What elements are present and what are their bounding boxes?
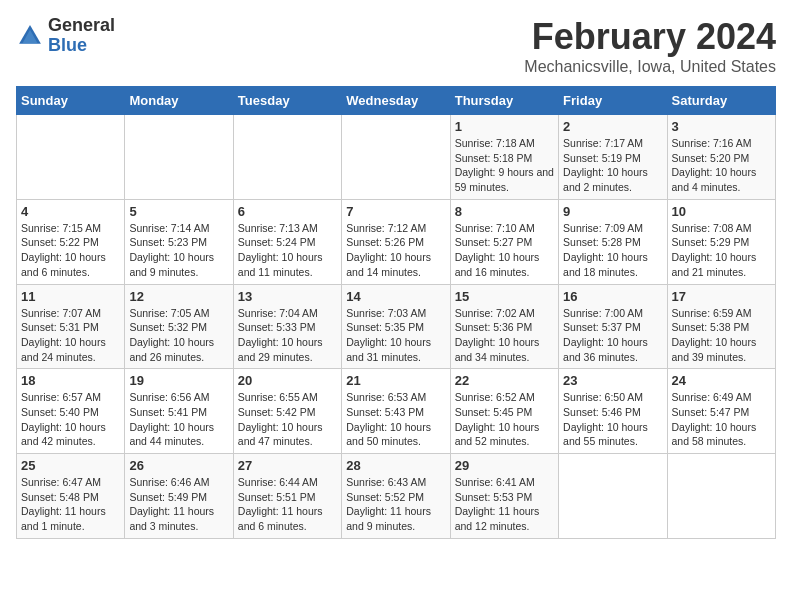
logo-text: General Blue [48, 16, 115, 56]
day-info: Sunrise: 7:08 AMSunset: 5:29 PMDaylight:… [672, 221, 771, 280]
calendar-cell: 13Sunrise: 7:04 AMSunset: 5:33 PMDayligh… [233, 284, 341, 369]
calendar-cell: 24Sunrise: 6:49 AMSunset: 5:47 PMDayligh… [667, 369, 775, 454]
header-sunday: Sunday [17, 87, 125, 115]
day-number: 3 [672, 119, 771, 134]
day-info: Sunrise: 7:03 AMSunset: 5:35 PMDaylight:… [346, 306, 445, 365]
header-tuesday: Tuesday [233, 87, 341, 115]
day-info: Sunrise: 7:15 AMSunset: 5:22 PMDaylight:… [21, 221, 120, 280]
header-friday: Friday [559, 87, 667, 115]
logo: General Blue [16, 16, 115, 56]
calendar-cell: 17Sunrise: 6:59 AMSunset: 5:38 PMDayligh… [667, 284, 775, 369]
day-info: Sunrise: 6:41 AMSunset: 5:53 PMDaylight:… [455, 475, 554, 534]
day-number: 29 [455, 458, 554, 473]
day-number: 19 [129, 373, 228, 388]
calendar-cell: 8Sunrise: 7:10 AMSunset: 5:27 PMDaylight… [450, 199, 558, 284]
calendar-cell: 4Sunrise: 7:15 AMSunset: 5:22 PMDaylight… [17, 199, 125, 284]
calendar-cell: 16Sunrise: 7:00 AMSunset: 5:37 PMDayligh… [559, 284, 667, 369]
day-number: 9 [563, 204, 662, 219]
day-info: Sunrise: 7:04 AMSunset: 5:33 PMDaylight:… [238, 306, 337, 365]
header-saturday: Saturday [667, 87, 775, 115]
day-number: 8 [455, 204, 554, 219]
calendar-cell [342, 115, 450, 200]
calendar-cell: 5Sunrise: 7:14 AMSunset: 5:23 PMDaylight… [125, 199, 233, 284]
day-number: 10 [672, 204, 771, 219]
day-number: 15 [455, 289, 554, 304]
calendar-week-2: 4Sunrise: 7:15 AMSunset: 5:22 PMDaylight… [17, 199, 776, 284]
day-number: 16 [563, 289, 662, 304]
calendar-cell: 23Sunrise: 6:50 AMSunset: 5:46 PMDayligh… [559, 369, 667, 454]
day-number: 27 [238, 458, 337, 473]
day-info: Sunrise: 7:00 AMSunset: 5:37 PMDaylight:… [563, 306, 662, 365]
day-number: 20 [238, 373, 337, 388]
day-info: Sunrise: 6:55 AMSunset: 5:42 PMDaylight:… [238, 390, 337, 449]
day-info: Sunrise: 6:52 AMSunset: 5:45 PMDaylight:… [455, 390, 554, 449]
day-number: 4 [21, 204, 120, 219]
calendar-cell [233, 115, 341, 200]
day-number: 2 [563, 119, 662, 134]
day-number: 1 [455, 119, 554, 134]
calendar-cell: 7Sunrise: 7:12 AMSunset: 5:26 PMDaylight… [342, 199, 450, 284]
day-info: Sunrise: 6:59 AMSunset: 5:38 PMDaylight:… [672, 306, 771, 365]
calendar-cell [667, 454, 775, 539]
day-info: Sunrise: 7:14 AMSunset: 5:23 PMDaylight:… [129, 221, 228, 280]
day-info: Sunrise: 6:56 AMSunset: 5:41 PMDaylight:… [129, 390, 228, 449]
day-number: 14 [346, 289, 445, 304]
calendar-cell: 10Sunrise: 7:08 AMSunset: 5:29 PMDayligh… [667, 199, 775, 284]
day-info: Sunrise: 7:07 AMSunset: 5:31 PMDaylight:… [21, 306, 120, 365]
day-number: 28 [346, 458, 445, 473]
calendar-week-5: 25Sunrise: 6:47 AMSunset: 5:48 PMDayligh… [17, 454, 776, 539]
day-number: 13 [238, 289, 337, 304]
day-number: 25 [21, 458, 120, 473]
day-info: Sunrise: 6:47 AMSunset: 5:48 PMDaylight:… [21, 475, 120, 534]
day-number: 22 [455, 373, 554, 388]
calendar-cell: 21Sunrise: 6:53 AMSunset: 5:43 PMDayligh… [342, 369, 450, 454]
calendar-week-1: 1Sunrise: 7:18 AMSunset: 5:18 PMDaylight… [17, 115, 776, 200]
day-info: Sunrise: 6:44 AMSunset: 5:51 PMDaylight:… [238, 475, 337, 534]
calendar-cell: 2Sunrise: 7:17 AMSunset: 5:19 PMDaylight… [559, 115, 667, 200]
day-number: 26 [129, 458, 228, 473]
calendar-cell: 12Sunrise: 7:05 AMSunset: 5:32 PMDayligh… [125, 284, 233, 369]
day-number: 6 [238, 204, 337, 219]
day-info: Sunrise: 6:43 AMSunset: 5:52 PMDaylight:… [346, 475, 445, 534]
day-number: 18 [21, 373, 120, 388]
day-number: 7 [346, 204, 445, 219]
day-info: Sunrise: 7:02 AMSunset: 5:36 PMDaylight:… [455, 306, 554, 365]
location-title: Mechanicsville, Iowa, United States [524, 58, 776, 76]
calendar-cell: 25Sunrise: 6:47 AMSunset: 5:48 PMDayligh… [17, 454, 125, 539]
calendar-week-4: 18Sunrise: 6:57 AMSunset: 5:40 PMDayligh… [17, 369, 776, 454]
month-title: February 2024 [524, 16, 776, 58]
calendar-cell: 28Sunrise: 6:43 AMSunset: 5:52 PMDayligh… [342, 454, 450, 539]
calendar-week-3: 11Sunrise: 7:07 AMSunset: 5:31 PMDayligh… [17, 284, 776, 369]
day-info: Sunrise: 7:18 AMSunset: 5:18 PMDaylight:… [455, 136, 554, 195]
day-info: Sunrise: 7:05 AMSunset: 5:32 PMDaylight:… [129, 306, 228, 365]
calendar-cell: 14Sunrise: 7:03 AMSunset: 5:35 PMDayligh… [342, 284, 450, 369]
day-info: Sunrise: 7:13 AMSunset: 5:24 PMDaylight:… [238, 221, 337, 280]
day-info: Sunrise: 6:57 AMSunset: 5:40 PMDaylight:… [21, 390, 120, 449]
calendar-cell: 1Sunrise: 7:18 AMSunset: 5:18 PMDaylight… [450, 115, 558, 200]
day-info: Sunrise: 7:10 AMSunset: 5:27 PMDaylight:… [455, 221, 554, 280]
calendar-cell: 29Sunrise: 6:41 AMSunset: 5:53 PMDayligh… [450, 454, 558, 539]
calendar-cell: 11Sunrise: 7:07 AMSunset: 5:31 PMDayligh… [17, 284, 125, 369]
day-info: Sunrise: 6:53 AMSunset: 5:43 PMDaylight:… [346, 390, 445, 449]
day-number: 21 [346, 373, 445, 388]
calendar-cell: 9Sunrise: 7:09 AMSunset: 5:28 PMDaylight… [559, 199, 667, 284]
day-number: 23 [563, 373, 662, 388]
calendar-cell [125, 115, 233, 200]
day-number: 12 [129, 289, 228, 304]
calendar-table: SundayMondayTuesdayWednesdayThursdayFrid… [16, 86, 776, 539]
calendar-cell: 3Sunrise: 7:16 AMSunset: 5:20 PMDaylight… [667, 115, 775, 200]
calendar-cell: 26Sunrise: 6:46 AMSunset: 5:49 PMDayligh… [125, 454, 233, 539]
calendar-cell: 27Sunrise: 6:44 AMSunset: 5:51 PMDayligh… [233, 454, 341, 539]
day-number: 11 [21, 289, 120, 304]
calendar-cell: 20Sunrise: 6:55 AMSunset: 5:42 PMDayligh… [233, 369, 341, 454]
day-info: Sunrise: 6:46 AMSunset: 5:49 PMDaylight:… [129, 475, 228, 534]
day-info: Sunrise: 7:17 AMSunset: 5:19 PMDaylight:… [563, 136, 662, 195]
calendar-cell: 19Sunrise: 6:56 AMSunset: 5:41 PMDayligh… [125, 369, 233, 454]
day-info: Sunrise: 7:09 AMSunset: 5:28 PMDaylight:… [563, 221, 662, 280]
header-thursday: Thursday [450, 87, 558, 115]
day-number: 5 [129, 204, 228, 219]
day-info: Sunrise: 7:12 AMSunset: 5:26 PMDaylight:… [346, 221, 445, 280]
calendar-cell [17, 115, 125, 200]
header-wednesday: Wednesday [342, 87, 450, 115]
day-number: 17 [672, 289, 771, 304]
